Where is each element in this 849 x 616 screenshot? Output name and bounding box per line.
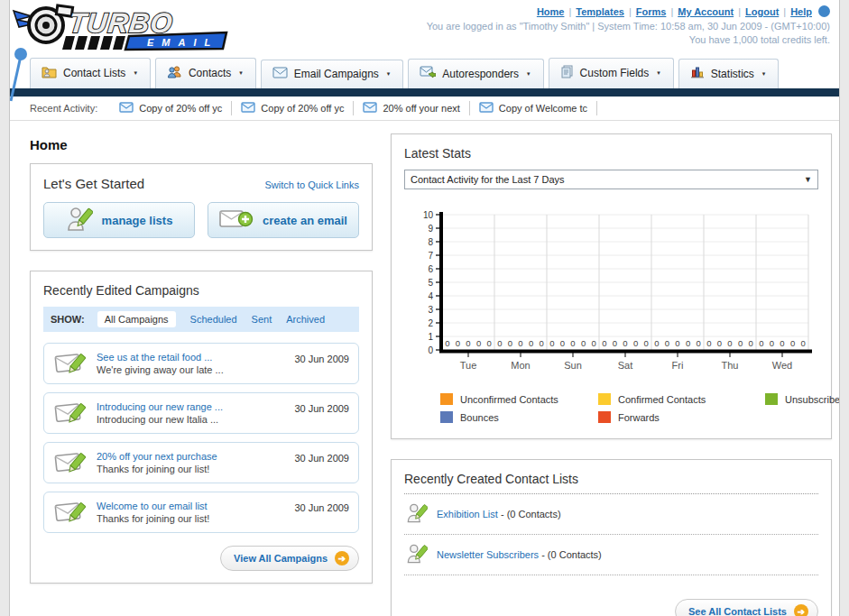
svg-text:0: 0	[623, 338, 627, 348]
header-link-templates[interactable]: Templates	[576, 6, 624, 17]
campaign-subtitle: Thanks for joining our list!	[97, 464, 285, 474]
legend-swatch-icon	[440, 393, 453, 405]
svg-text:0: 0	[665, 338, 669, 348]
user-pencil-icon	[66, 206, 93, 235]
custom-fields-icon	[560, 65, 574, 81]
campaign-subtitle: Thanks for joining our list!	[97, 513, 285, 524]
envelope-plus-icon	[219, 207, 254, 234]
campaign-row[interactable]: See us at the retail food ...We're givin…	[43, 343, 359, 384]
campaign-title-link[interactable]: 20% off your next purchase	[97, 451, 285, 462]
campaign-row[interactable]: 20% off your next purchaseThanks for joi…	[43, 442, 359, 483]
campaign-row[interactable]: Introducing our new range ...Introducing…	[43, 392, 359, 434]
recent-activity-item[interactable]: Copy of 20% off yc	[232, 101, 354, 115]
tab-statistics[interactable]: Statistics▾	[678, 59, 780, 88]
chevron-down-icon: ▾	[134, 69, 137, 77]
svg-text:0: 0	[759, 338, 763, 348]
view-all-campaigns-button[interactable]: View All Campaigns ➔	[220, 546, 359, 571]
button-label: create an email	[263, 214, 347, 227]
svg-text:6: 6	[428, 264, 433, 274]
right-column: Latest Stats Contact Activity for the La…	[391, 133, 832, 616]
tab-custom-fields[interactable]: Custom Fields▾	[549, 58, 674, 88]
tab-contact-lists[interactable]: Contact Lists▾	[30, 58, 151, 88]
header-link-forms[interactable]: Forms	[636, 6, 667, 17]
svg-text:0: 0	[749, 338, 753, 348]
recent-activity-bar: Recent Activity: Copy of 20% off ycCopy …	[10, 97, 839, 121]
tab-email-campaigns[interactable]: Email Campaigns▾	[261, 60, 404, 88]
envelope-pencil-icon	[53, 447, 88, 478]
view-all-campaigns-label: View All Campaigns	[234, 553, 328, 564]
svg-text:0: 0	[697, 338, 701, 348]
recent-activity-item[interactable]: Copy of Welcome tc	[470, 101, 597, 115]
filter-scheduled[interactable]: Scheduled	[190, 314, 237, 325]
legend-label: Bounces	[460, 412, 499, 423]
legend-swatch-icon	[440, 411, 453, 423]
stats-period-select[interactable]: Contact Activity for the Last 7 Days ▼	[404, 170, 818, 189]
recent-activity-items: Copy of 20% off ycCopy of 20% off yc20% …	[110, 101, 597, 115]
contact-list-link[interactable]: Newsletter Subscribers	[437, 549, 539, 560]
campaign-text: Welcome to our email listThanks for join…	[97, 501, 285, 524]
campaign-title-link[interactable]: Introducing our new range ...	[97, 401, 285, 412]
campaign-subtitle: Introducing our new Italia ...	[97, 414, 285, 425]
svg-text:0: 0	[675, 338, 679, 348]
page-title: Home	[30, 137, 373, 152]
tab-label: Custom Fields	[580, 67, 650, 79]
svg-text:Fri: Fri	[672, 360, 684, 371]
recent-activity-item[interactable]: Copy of 20% off yc	[110, 101, 232, 115]
content-area: Home Let's Get Started Switch to Quick L…	[10, 121, 839, 616]
svg-text:0: 0	[633, 338, 638, 348]
header-link-logout[interactable]: Logout	[745, 6, 779, 17]
create-an-email-button[interactable]: create an email	[208, 202, 359, 238]
switch-quick-links-link[interactable]: Switch to Quick Links	[264, 179, 359, 190]
svg-text:0: 0	[529, 338, 533, 348]
envelope-small-icon	[119, 102, 134, 115]
campaign-title-link[interactable]: See us at the retail food ...	[97, 352, 285, 363]
get-started-buttons: manage listscreate an email	[43, 202, 359, 238]
svg-text:0: 0	[613, 338, 617, 348]
svg-text:0: 0	[560, 338, 565, 348]
app-logo[interactable]: EMAIL TURBO	[12, 2, 255, 54]
envelope-pencil-icon	[53, 398, 88, 428]
svg-text:0: 0	[497, 338, 502, 348]
separator: |	[629, 6, 632, 17]
header-link-help[interactable]: Help	[790, 6, 812, 17]
contact-list-count: - (0 Contacts)	[539, 549, 602, 560]
separator: |	[783, 6, 786, 17]
contacts-icon	[167, 65, 182, 81]
header-links: Home|Templates|Forms|My Account|Logout|H…	[427, 5, 830, 17]
chevron-down-icon: ▾	[239, 69, 243, 77]
svg-text:0: 0	[570, 338, 575, 348]
svg-text:0: 0	[738, 338, 743, 348]
svg-text:0: 0	[770, 338, 774, 348]
tab-contacts[interactable]: Contacts▾	[155, 58, 256, 88]
help-icon[interactable]	[818, 5, 830, 17]
campaign-title-link[interactable]: Welcome to our email list	[97, 501, 285, 511]
svg-text:0: 0	[717, 338, 722, 348]
contact-list-count: - (0 Contacts)	[498, 509, 561, 519]
envelope-pencil-icon	[53, 348, 88, 379]
svg-text:0: 0	[540, 338, 544, 348]
campaign-row[interactable]: Welcome to our email listThanks for join…	[43, 492, 359, 533]
header-link-home[interactable]: Home	[537, 6, 565, 17]
campaign-text: See us at the retail food ...We're givin…	[97, 352, 285, 375]
campaign-date: 30 Jun 2009	[294, 398, 349, 414]
get-started-panel: Let's Get Started Switch to Quick Links …	[30, 163, 373, 251]
tab-autoresponders[interactable]: Autoresponders▾	[408, 59, 543, 88]
separator: |	[670, 6, 673, 17]
contact-list-link[interactable]: Exhibition List	[437, 509, 498, 519]
header-link-my-account[interactable]: My Account	[678, 6, 734, 17]
contact-list-items: Exhibition List - (0 Contacts)Newsletter…	[404, 494, 818, 575]
svg-text:0: 0	[518, 338, 522, 348]
decorative-pin	[10, 47, 28, 103]
svg-text:1: 1	[428, 332, 433, 342]
filter-sent[interactable]: Sent	[252, 314, 272, 325]
latest-stats-panel: Latest Stats Contact Activity for the La…	[391, 133, 832, 439]
svg-text:0: 0	[466, 338, 470, 348]
see-all-contact-lists-button[interactable]: See All Contact Lists ➔	[675, 599, 818, 616]
login-status-text: You are logged in as "Timothy Smith" | S…	[427, 20, 830, 33]
chevron-down-icon: ▾	[762, 70, 766, 78]
tab-label: Contacts	[189, 67, 231, 79]
filter-archived[interactable]: Archived	[286, 314, 325, 325]
recent-activity-item[interactable]: 20% off your next	[354, 101, 469, 115]
manage-lists-button[interactable]: manage lists	[43, 202, 195, 238]
filter-all-campaigns[interactable]: All Campaigns	[97, 311, 176, 327]
